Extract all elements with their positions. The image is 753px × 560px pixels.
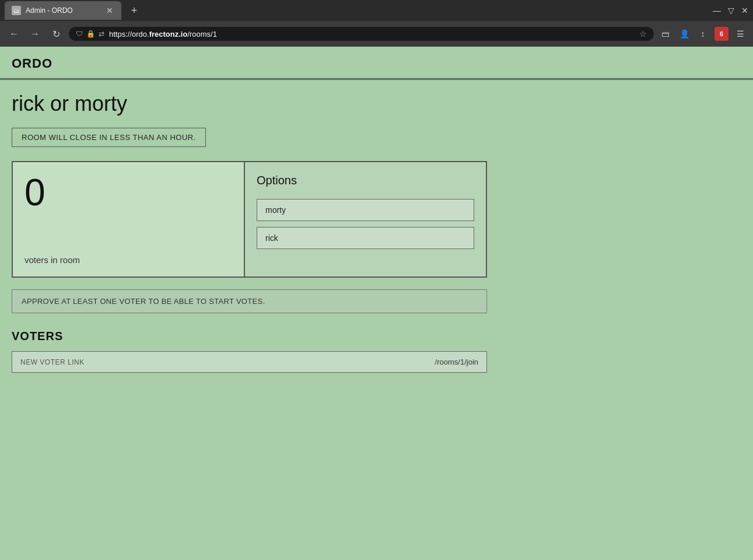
ordo-logo: ORDO [12, 56, 741, 71]
tab-favicon: 🗂 [12, 6, 21, 15]
browser-toolbar: ← → ↻ 🛡 🔒 ⇄ https://ordo.frectonz.io/roo… [0, 21, 753, 47]
address-path: /rooms/1 [187, 30, 217, 38]
ext-badge-icon[interactable]: 6 [715, 27, 729, 41]
voters-section-title: VOTERS [12, 330, 741, 343]
address-bar[interactable]: 🛡 🔒 ⇄ https://ordo.frectonz.io/rooms/1 ☆ [69, 27, 654, 41]
ext-account-icon[interactable]: 👤 [677, 27, 691, 41]
address-protocol: https://ordo. [109, 30, 149, 38]
address-text[interactable]: https://ordo.frectonz.io/rooms/1 [109, 30, 635, 38]
ext-pocket-icon[interactable]: 🗃 [659, 27, 673, 41]
tab-area: 🗂 Admin - ORDO ✕ + [5, 1, 713, 20]
browser-tab[interactable]: 🗂 Admin - ORDO ✕ [5, 1, 121, 20]
approve-banner: APPROVE AT LEAST ONE VOTER TO BE ABLE TO… [12, 289, 487, 313]
voter-link-value: /rooms/1/join [435, 358, 478, 366]
tab-close-button[interactable]: ✕ [105, 6, 114, 15]
warning-banner: ROOM WILL CLOSE IN LESS THAN AN HOUR. [12, 128, 206, 147]
browser-chrome: 🗂 Admin - ORDO ✕ + — ▽ ✕ ← → ↻ 🛡 🔒 ⇄ htt… [0, 0, 753, 47]
room-main-grid: 0 voters in room Options morty rick [12, 161, 487, 278]
minimize-button[interactable]: — [713, 6, 721, 15]
options-panel: Options morty rick [245, 161, 487, 278]
browser-extensions: 🗃 👤 ↕ 6 ☰ [659, 27, 747, 41]
connection-icon: ⇄ [99, 30, 104, 38]
voters-section: VOTERS NEW VOTER LINK /rooms/1/join [12, 330, 741, 373]
option-item-rick[interactable]: rick [257, 227, 474, 249]
shield-icon: 🛡 [76, 30, 83, 38]
menu-icon[interactable]: ☰ [733, 27, 747, 41]
voters-label: voters in room [24, 255, 232, 265]
tab-title: Admin - ORDO [26, 6, 100, 15]
forward-button[interactable]: → [27, 26, 43, 42]
options-title: Options [257, 174, 474, 187]
refresh-button[interactable]: ↻ [48, 26, 64, 42]
bookmark-star-icon[interactable]: ☆ [639, 29, 647, 38]
browser-titlebar: 🗂 Admin - ORDO ✕ + — ▽ ✕ [0, 0, 753, 21]
voters-count: 0 [24, 174, 232, 211]
maximize-button[interactable]: ▽ [728, 6, 734, 15]
address-security-icons: 🛡 🔒 ⇄ [76, 30, 104, 38]
page-content: ORDO rick or morty ROOM WILL CLOSE IN LE… [0, 47, 753, 560]
page-body: rick or morty ROOM WILL CLOSE IN LESS TH… [0, 80, 753, 384]
back-button[interactable]: ← [6, 26, 22, 42]
ext-sync-icon[interactable]: ↕ [696, 27, 710, 41]
address-domain: frectonz.io [149, 30, 188, 38]
window-controls: — ▽ ✕ [713, 6, 748, 15]
option-item-morty[interactable]: morty [257, 199, 474, 221]
room-title: rick or morty [12, 92, 741, 116]
voter-link-label: NEW VOTER LINK [20, 358, 435, 366]
close-window-button[interactable]: ✕ [741, 6, 748, 15]
page-header: ORDO [0, 47, 753, 80]
voter-link-row: NEW VOTER LINK /rooms/1/join [12, 351, 487, 373]
voters-panel: 0 voters in room [12, 161, 245, 278]
lock-icon: 🔒 [86, 30, 95, 38]
new-tab-button[interactable]: + [126, 2, 142, 19]
